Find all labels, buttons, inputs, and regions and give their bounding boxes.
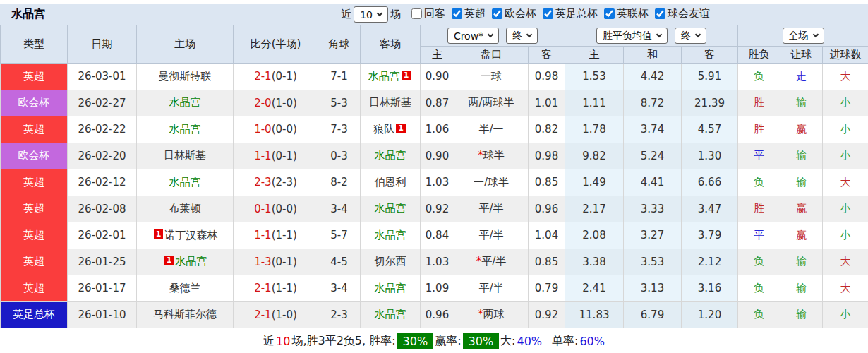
odds-away-cell: 0.79 [529, 275, 565, 302]
summary-footer: 近10场,胜3平2负5, 胜率: 30% 赢率: 30% 大:40% 单率:60… [0, 328, 868, 353]
match-type-cell: 英超 [1, 64, 68, 90]
table-row: 英超 26-01-17 桑德兰 2-1(1-1) 3-4 水晶宫 1.09 平/… [1, 275, 868, 302]
mean-home-cell: 1.78 [565, 116, 624, 143]
mean-home-cell: 2.17 [565, 196, 624, 222]
goals-result-cell: 小 [823, 143, 868, 169]
handicap-cell: *两球 [454, 301, 529, 328]
filter-item: 英超 [452, 7, 486, 20]
scope-select[interactable]: 全场 [783, 28, 824, 44]
fulltime-score: 2-0 [254, 97, 272, 109]
mean-home-cell: 1.53 [565, 64, 624, 90]
big-rate: 40% [517, 335, 542, 348]
bookmaker-value: Crow* [454, 30, 483, 42]
handicap-result-cell: 赢 [780, 116, 823, 143]
mean-away-cell: 1.20 [682, 301, 738, 328]
table-row: 英超 26-02-08 布莱顿 0-1(0-0) 3-4 水晶宫 0.92 平/… [1, 196, 868, 222]
filter-label: 英联杯 [617, 7, 649, 20]
fulltime-score: 1-0 [254, 123, 272, 136]
match-date-cell: 26-03-01 [68, 64, 137, 90]
odds-period-value: 终 [512, 30, 522, 42]
match-date-cell: 26-02-01 [68, 222, 137, 249]
corner-cell: 0-3 [318, 143, 361, 169]
odds-period-select[interactable]: 终 [506, 28, 538, 44]
handicap-cell: *球半 [454, 143, 529, 169]
wdl-result-cell: 负 [738, 301, 780, 328]
filter-checkbox[interactable] [411, 8, 422, 19]
matches-count-select[interactable]: 10 [354, 6, 388, 23]
wdl-result-cell: 胜 [738, 116, 780, 143]
team-name: 马科斯菲尔德 [153, 308, 217, 321]
away-team-cell: 切尔西 [361, 249, 421, 275]
handicap-result-cell: 赢 [780, 196, 823, 222]
filter-item: 球会友谊 [655, 7, 710, 20]
filter-label: 英足总杯 [555, 7, 598, 20]
team-name: 日林斯基 [164, 149, 206, 162]
sub-header-odds-away: 客 [529, 47, 565, 64]
fulltime-score: 1-1 [254, 229, 272, 241]
filter-checkbox[interactable] [492, 8, 502, 19]
team-name: 诺丁汉森林 [164, 229, 217, 241]
handicap-cell: 平/半 [454, 196, 529, 222]
mean-draw-cell: 5.24 [624, 143, 682, 169]
mean-period-select[interactable]: 终 [675, 28, 706, 44]
filter-checkbox[interactable] [543, 8, 553, 19]
handicap-result-cell: 输 [780, 301, 823, 328]
match-date-cell: 26-02-20 [68, 143, 137, 169]
team-name: 水晶宫 [169, 123, 201, 136]
mean-away-cell: 1.30 [682, 143, 738, 169]
filter-label: 欧会杯 [505, 7, 536, 20]
wdl-result-cell: 胜 [738, 196, 780, 222]
col-header-score: 比分(半场) [234, 25, 318, 64]
big-label: 大: [500, 334, 515, 349]
goals-result-cell: 大 [823, 64, 868, 90]
mean-draw-cell: 8.72 [624, 90, 682, 116]
wdl-result-cell: 负 [738, 275, 780, 302]
mean-home-cell: 2.41 [565, 275, 624, 302]
bookmaker-select[interactable]: Crow* [447, 28, 499, 44]
table-row: 英超 26-02-22 水晶宫 1-0(0-0) 7-3 狼队1 1.06 半/… [1, 116, 868, 143]
home-team-cell: 布莱顿 [137, 196, 234, 222]
wdl-result-cell: 负 [738, 249, 780, 275]
score-cell: 1-1(0-1) [234, 143, 318, 169]
fulltime-score: 2-1 [254, 282, 272, 294]
away-team-cell: 日林斯基 [361, 90, 421, 116]
filter-checkbox[interactable] [604, 8, 615, 19]
halftime-score: (1-1) [272, 229, 297, 241]
mean-select[interactable]: 胜平负均值 [596, 28, 668, 44]
score-cell: 2-1(0-1) [234, 64, 318, 90]
match-date-cell: 26-02-12 [68, 169, 137, 196]
away-team-cell: 水晶宫 [361, 196, 421, 222]
rank-badge: 1 [164, 256, 174, 265]
chevron-down-icon [695, 31, 701, 37]
sub-header-odds-home: 主 [421, 47, 454, 64]
match-type-cell: 英超 [1, 116, 68, 143]
home-team-cell: 马科斯菲尔德 [137, 301, 234, 328]
filter-item: 英足总杯 [543, 7, 598, 20]
fulltime-score: 2-1 [254, 70, 272, 83]
odds-away-cell: 0.85 [529, 249, 565, 275]
home-team-cell: 水晶宫 [137, 169, 234, 196]
mean-period-value: 终 [681, 30, 691, 42]
odds-home-cell: 0.87 [421, 90, 454, 116]
halftime-score: (0-1) [272, 256, 297, 268]
handicap-cell: 一球 [454, 64, 529, 90]
team-name: 水晶宫 [375, 149, 406, 162]
handicap-result-cell: 走 [780, 64, 823, 90]
mean-home-cell: 1.11 [565, 90, 624, 116]
match-date-cell: 26-01-25 [68, 249, 137, 275]
team-name: 水晶宫 [375, 308, 406, 321]
filter-checkbox[interactable] [452, 8, 462, 19]
fulltime-score: 1-3 [254, 256, 272, 268]
mean-home-cell: 1.49 [565, 169, 624, 196]
scope-value: 全场 [789, 30, 809, 42]
table-row: 英超 26-02-12 水晶宫 2-3(2-3) 8-2 伯恩利 1.03 一/… [1, 169, 868, 196]
mean-draw-cell: 3.13 [624, 275, 682, 302]
match-type-cell: 欧会杯 [1, 90, 68, 116]
table-row: 欧会杯 26-02-20 日林斯基 1-1(0-1) 0-3 水晶宫 0.90 … [1, 143, 868, 169]
filter-checkbox[interactable] [655, 8, 665, 19]
mean-away-cell: 21.39 [682, 90, 738, 116]
away-team-cell: 狼队1 [361, 116, 421, 143]
halftime-score: (2-3) [272, 176, 297, 189]
matches-table: 类型 日期 主场 比分(半场) 角球 客场 Crow* 终 [0, 25, 868, 328]
chevron-down-icon [526, 31, 532, 37]
